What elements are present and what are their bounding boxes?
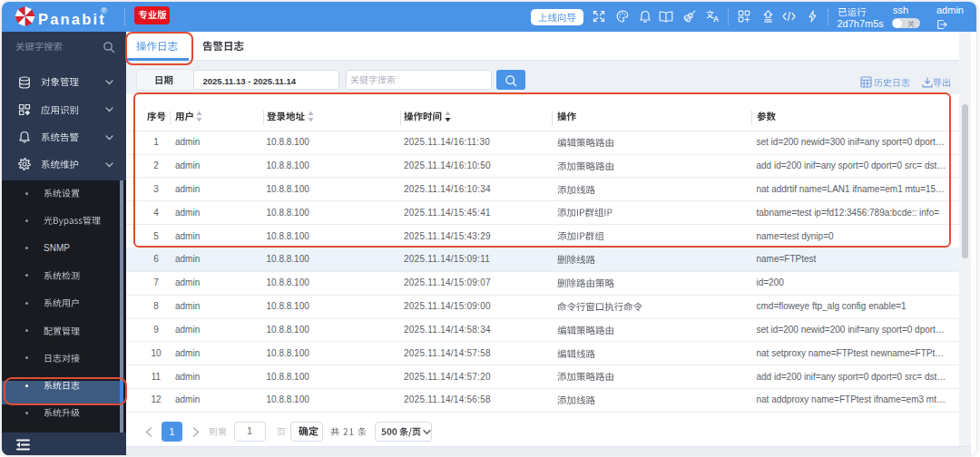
svg-text:A: A	[713, 15, 719, 23]
